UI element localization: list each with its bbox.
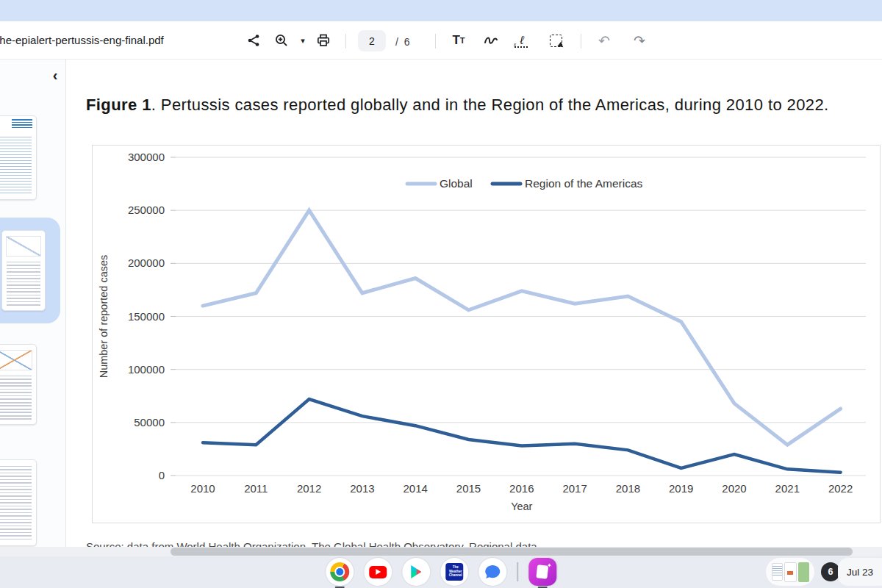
svg-text:2020: 2020 [722,482,746,495]
clipped-source-text: Source: data from World Health Organizat… [86,540,792,547]
figure-label: Figure 1 [86,96,151,114]
svg-text:100000: 100000 [128,363,165,376]
toolbar-separator [345,34,346,49]
toolbar-separator [435,34,436,49]
svg-text:50000: 50000 [134,416,165,429]
window-thumbnail [772,563,783,581]
figure-caption: Figure 1. Pertussis cases reported globa… [86,94,836,116]
weather-channel-app-icon[interactable]: TheWeatherChannel [440,558,468,586]
share-icon[interactable] [245,32,262,49]
svg-text:2014: 2014 [404,482,428,495]
youtube-app-icon[interactable] [364,558,392,586]
play-store-app-icon[interactable] [402,558,430,586]
status-area-date[interactable]: Jul 23 [838,558,882,586]
toolbar-separator [581,34,581,49]
print-icon[interactable] [315,32,332,49]
undo-icon[interactable]: ↶ [595,32,613,49]
zoom-menu-caret-icon[interactable]: ▾ [294,32,312,49]
zoom-in-icon[interactable] [273,32,290,49]
svg-text:Year: Year [511,501,532,512]
svg-text:Number of reported cases: Number of reported cases [98,255,110,379]
svg-text:Region of the Americas: Region of the Americas [525,177,643,190]
page-number-input[interactable] [358,30,386,51]
svg-text:2010: 2010 [190,482,215,495]
svg-text:2018: 2018 [616,482,640,495]
thumbnail-sidebar: ‹ [0,60,66,547]
draw-annotation-icon[interactable] [482,32,500,49]
screen: phe-epialert-pertussis-eng-final.pdf ▾ /… [0,0,882,588]
pdf-filename: phe-epialert-pertussis-eng-final.pdf [0,34,164,46]
svg-text:2015: 2015 [456,482,481,495]
figure-1-chart: 0500001000001500002000002500003000002010… [92,145,881,523]
sidebar-collapse-button[interactable]: ‹ [46,65,65,85]
thumbnail-page-3[interactable] [0,344,37,425]
svg-text:300000: 300000 [128,151,165,163]
signature-icon[interactable] [513,32,531,49]
svg-text:2013: 2013 [350,482,374,495]
pdf-toolbar: phe-epialert-pertussis-eng-final.pdf ▾ /… [0,21,882,60]
svg-text:Global: Global [440,177,473,190]
thumbnail-page-1[interactable] [0,115,37,200]
select-area-icon[interactable] [547,32,564,49]
svg-text:200000: 200000 [128,257,165,269]
thumbnail-page-2[interactable] [1,230,46,311]
window-thumbnail [798,562,809,582]
thumbnail-page-4[interactable] [0,459,37,546]
svg-text:2012: 2012 [297,482,321,495]
shelf-separator [517,562,518,581]
window-preview-pill[interactable] [766,558,814,586]
page-count-label: / 6 [395,36,412,48]
redo-icon[interactable]: ↷ [631,32,648,49]
chromeos-shelf: TheWeatherChannel✦ 6 Jul 23 [0,556,882,588]
document-page: Figure 1. Pertussis cases reported globa… [66,60,882,547]
svg-text:2017: 2017 [562,482,587,495]
svg-text:2016: 2016 [509,482,534,495]
svg-text:0: 0 [159,469,165,481]
messages-app-icon[interactable] [478,558,506,586]
window-thumbnail [784,562,797,582]
svg-text:150000: 150000 [128,310,165,323]
svg-text:2022: 2022 [828,482,853,495]
chrome-app-icon[interactable] [326,558,354,586]
svg-text:2019: 2019 [669,482,693,495]
pertussis-line-chart: 0500001000001500002000002500003000002010… [93,146,880,523]
svg-text:250000: 250000 [128,204,165,216]
gallery-app-icon[interactable]: ✦ [528,558,556,586]
svg-text:2021: 2021 [775,482,800,495]
browser-tab-strip[interactable] [0,0,882,21]
text-annotation-icon[interactable] [450,32,467,49]
svg-text:2011: 2011 [244,482,268,495]
viewer-bottom-strip [0,547,882,556]
horizontal-scrollbar[interactable] [171,548,853,556]
